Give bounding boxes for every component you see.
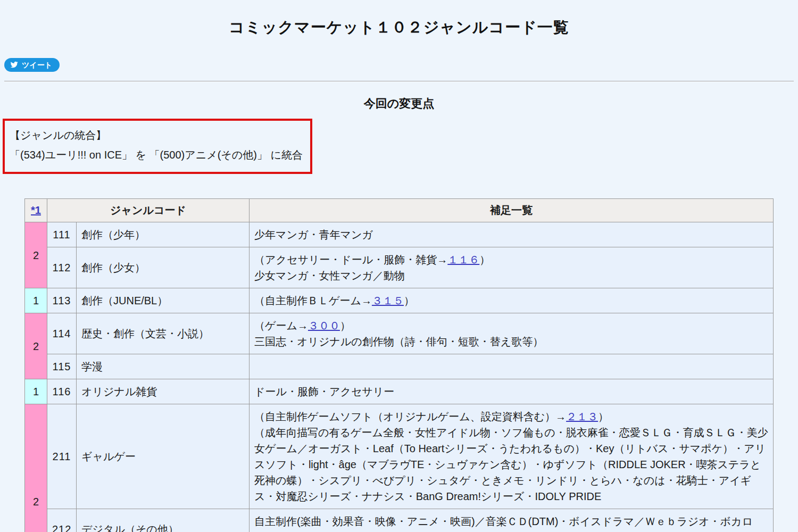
notes-cell: 自主制作(楽曲・効果音・映像・アニメ・映画)／音楽ＣＤ(DTM)・ボイスドラマ／…: [250, 509, 774, 532]
page: コミックマーケット１０２ジャンルコード一覧 ツイート 今回の変更点 【ジャンルの…: [0, 0, 798, 532]
table-row: 112創作（少女）（アクセサリー・ドール・服飾・雑貨→１１６）少女マンガ・女性マ…: [25, 247, 774, 288]
merge-notice-box: 【ジャンルの統合】 「(534)ユーリ!!! on ICE」 を 「(500)ア…: [3, 119, 312, 174]
genre-code-cell: 113: [47, 288, 77, 313]
table-row: 2211ギャルゲー（自主制作ゲームソフト（オリジナルゲーム、設定資料含む）→２１…: [25, 404, 774, 509]
day-cell: 2: [25, 313, 47, 379]
code-link[interactable]: ２１３: [566, 411, 598, 422]
genre-code-cell: 211: [47, 404, 77, 509]
genre-name-cell: 創作（少年）: [77, 222, 250, 247]
genre-name-cell: オリジナル雑貨: [77, 379, 250, 404]
genre-code-cell: 111: [47, 222, 77, 247]
tweet-row: ツイート: [4, 58, 794, 72]
table-row: 2114歴史・創作（文芸・小説）（ゲーム→３００）三国志・オリジナルの創作物（詩…: [25, 313, 774, 354]
table-row: 212デジタル（その他）自主制作(楽曲・効果音・映像・アニメ・映画)／音楽ＣＤ(…: [25, 509, 774, 532]
table-header-row: *1 ジャンルコード 補足一覧: [25, 199, 774, 222]
note-line: （自主制作ゲームソフト（オリジナルゲーム、設定資料含む）→２１３）: [254, 409, 768, 425]
genre-name-cell: 創作（少女）: [77, 247, 250, 288]
day-column-header: *1: [25, 199, 47, 222]
divider: [4, 81, 794, 82]
day-cell: 2: [25, 222, 47, 288]
day-cell: 2: [25, 404, 47, 532]
genre-name-cell: ギャルゲー: [77, 404, 250, 509]
day-cell: 1: [25, 288, 47, 313]
notes-cell: （ゲーム→３００）三国志・オリジナルの創作物（詩・俳句・短歌・替え歌等）: [250, 313, 774, 354]
notes-cell: [250, 354, 774, 379]
note-line: 少年マンガ・青年マンガ: [254, 227, 768, 243]
changes-heading: 今回の変更点: [4, 96, 794, 112]
note-line: 自主制作(楽曲・効果音・映像・アニメ・映画)／音楽ＣＤ(DTM)・ボイスドラマ／…: [254, 513, 768, 532]
tweet-button-label: ツイート: [22, 61, 52, 69]
notes-cell: 少年マンガ・青年マンガ: [250, 222, 774, 247]
table-row: 1113創作（JUNE/BL）（自主制作ＢＬゲーム→３１５）: [25, 288, 774, 313]
genre-table-body: 2111創作（少年）少年マンガ・青年マンガ112創作（少女）（アクセサリー・ドー…: [25, 222, 774, 532]
notice-line1: 【ジャンルの統合】: [10, 126, 303, 145]
note-line: ドール・服飾・アクセサリー: [254, 384, 768, 400]
notes-cell: ドール・服飾・アクセサリー: [250, 379, 774, 404]
note-line: （アクセサリー・ドール・服飾・雑貨→１１６）: [254, 252, 768, 268]
footnote-link[interactable]: *1: [31, 204, 41, 216]
notes-cell: （アクセサリー・ドール・服飾・雑貨→１１６）少女マンガ・女性マンガ／動物: [250, 247, 774, 288]
genre-name-cell: 学漫: [77, 354, 250, 379]
day-cell: 1: [25, 379, 47, 404]
table-row: 2111創作（少年）少年マンガ・青年マンガ: [25, 222, 774, 247]
notes-column-header: 補足一覧: [250, 199, 774, 222]
note-line: （自主制作ＢＬゲーム→３１５）: [254, 293, 768, 309]
notice-line2: 「(534)ユーリ!!! on ICE」 を 「(500)アニメ(その他)」 に…: [10, 145, 303, 165]
genre-name-cell: デジタル（その他）: [77, 509, 250, 532]
genre-code-cell: 115: [47, 354, 77, 379]
note-line: （ゲーム→３００）: [254, 318, 768, 334]
table-row: 115学漫: [25, 354, 774, 379]
genre-code-column-header: ジャンルコード: [47, 199, 250, 222]
genre-code-cell: 112: [47, 247, 77, 288]
page-title: コミックマーケット１０２ジャンルコード一覧: [4, 17, 794, 38]
note-line: （成年向描写の有るゲーム全般・女性アイドル物・ソフ倫もの・脱衣麻雀・恋愛ＳＬＧ・…: [254, 425, 768, 504]
note-line: 少女マンガ・女性マンガ／動物: [254, 268, 768, 284]
notes-cell: （自主制作ＢＬゲーム→３１５）: [250, 288, 774, 313]
genre-code-cell: 116: [47, 379, 77, 404]
code-link[interactable]: ３００: [308, 320, 340, 331]
twitter-bird-icon: [10, 61, 18, 69]
note-line: 三国志・オリジナルの創作物（詩・俳句・短歌・替え歌等）: [254, 334, 768, 350]
code-link[interactable]: ３１５: [372, 295, 404, 306]
notes-cell: （自主制作ゲームソフト（オリジナルゲーム、設定資料含む）→２１３）（成年向描写の…: [250, 404, 774, 509]
genre-code-cell: 114: [47, 313, 77, 354]
genre-code-table: *1 ジャンルコード 補足一覧 2111創作（少年）少年マンガ・青年マンガ112…: [24, 198, 774, 532]
code-link[interactable]: １１６: [447, 254, 479, 265]
table-row: 1116オリジナル雑貨ドール・服飾・アクセサリー: [25, 379, 774, 404]
genre-name-cell: 創作（JUNE/BL）: [77, 288, 250, 313]
genre-code-cell: 212: [47, 509, 77, 532]
tweet-button[interactable]: ツイート: [4, 58, 60, 72]
genre-name-cell: 歴史・創作（文芸・小説）: [77, 313, 250, 354]
